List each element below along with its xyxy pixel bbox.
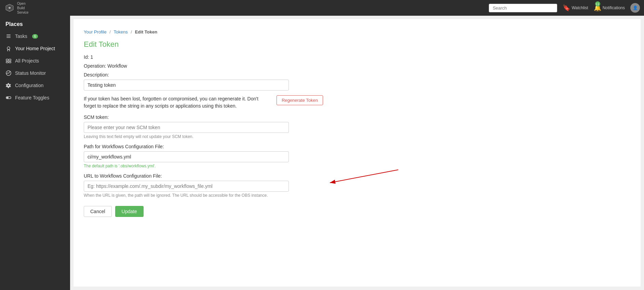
svg-rect-12 (6, 61, 8, 63)
config-icon (5, 82, 12, 88)
watchlist-button[interactable]: 🔖 Watchlist (563, 4, 588, 12)
sidebar-item-status-monitor[interactable]: Status Monitor (0, 67, 70, 79)
scm-token-input[interactable] (84, 122, 289, 133)
description-label: Description: (84, 72, 630, 78)
home-icon (5, 45, 12, 52)
svg-point-16 (7, 97, 8, 98)
svg-point-7 (8, 50, 10, 51)
navbar-left: Open Build Service (4, 1, 28, 15)
logo-icon (4, 2, 15, 13)
form-buttons: Cancel Update (84, 206, 630, 217)
svg-rect-3 (6, 34, 11, 35)
user-avatar[interactable]: 👤 (630, 3, 640, 13)
page-title: Edit Token (84, 40, 630, 49)
main-content: Your Profile / Tokens / Edit Token Edit … (70, 16, 644, 290)
url-label: URL to Workflows Configuration File: (84, 173, 630, 179)
url-field: URL to Workflows Configuration File: Whe… (84, 173, 630, 198)
token-operation: Operation: Workflow (84, 63, 630, 69)
breadcrumb-profile[interactable]: Your Profile (84, 29, 107, 34)
regen-section: If your token has been lost, forgotten o… (84, 95, 323, 110)
app-body: Places Tasks 6 Your Home Project All Pro… (0, 16, 644, 290)
sidebar-item-all-projects[interactable]: All Projects (0, 55, 70, 67)
navbar: Open Build Service 🔖 Watchlist 11 🔔 Noti… (0, 0, 644, 16)
sidebar: Places Tasks 6 Your Home Project All Pro… (0, 16, 70, 290)
logo-text: Open Build Service (17, 1, 28, 15)
navbar-right: 🔖 Watchlist 11 🔔 Notifications 👤 (489, 3, 640, 13)
notification-badge: 11 (595, 1, 600, 6)
description-field: Description: (84, 72, 630, 91)
scm-token-field: SCM token: Leaving this text field empty… (84, 114, 630, 139)
svg-rect-11 (9, 59, 11, 61)
breadcrumb-sep1: / (109, 29, 112, 34)
breadcrumb-current: Edit Token (135, 29, 157, 34)
sidebar-item-home-label: Your Home Project (15, 46, 55, 51)
projects-icon (5, 58, 12, 64)
breadcrumb: Your Profile / Tokens / Edit Token (84, 26, 630, 34)
token-id: Id: 1 (84, 54, 630, 60)
tasks-badge: 6 (32, 34, 38, 39)
notifications-label: Notifications (603, 5, 625, 10)
sidebar-item-status-label: Status Monitor (15, 70, 46, 76)
path-hint: The default path is '.obs/workflows.yml'… (84, 164, 630, 168)
breadcrumb-sep2: / (131, 29, 133, 34)
svg-marker-2 (9, 7, 11, 9)
cancel-button[interactable]: Cancel (84, 206, 112, 217)
sidebar-heading: Places (0, 16, 70, 30)
monitor-icon (5, 70, 12, 76)
logo[interactable]: Open Build Service (4, 1, 28, 15)
sidebar-item-config-label: Configuration (15, 83, 43, 88)
avatar-icon: 👤 (633, 5, 638, 10)
svg-rect-5 (6, 37, 11, 38)
path-input[interactable] (84, 151, 289, 162)
svg-rect-13 (9, 61, 11, 63)
regen-text: If your token has been lost, forgotten o… (84, 95, 270, 110)
bookmark-icon: 🔖 (563, 4, 570, 12)
url-input[interactable] (84, 181, 289, 192)
svg-rect-10 (6, 59, 8, 61)
path-field: Path for Workflows Configuration File: T… (84, 144, 630, 168)
sidebar-item-tasks-label: Tasks (15, 33, 27, 39)
search-input[interactable] (489, 4, 557, 12)
sidebar-item-configuration[interactable]: Configuration (0, 79, 70, 92)
logo-svg (5, 3, 14, 13)
path-label: Path for Workflows Configuration File: (84, 144, 630, 149)
sidebar-item-home-project[interactable]: Your Home Project (0, 42, 70, 55)
breadcrumb-tokens[interactable]: Tokens (114, 29, 128, 34)
content-wrapper: Your Profile / Tokens / Edit Token Edit … (73, 19, 641, 287)
watchlist-label: Watchlist (572, 5, 588, 10)
update-button[interactable]: Update (115, 206, 144, 217)
scm-label: SCM token: (84, 114, 630, 120)
sidebar-item-toggles-label: Feature Toggles (15, 95, 49, 100)
toggle-icon (5, 95, 12, 101)
scm-hint: Leaving this text field empty will not u… (84, 134, 630, 139)
regenerate-token-button[interactable]: Regenerate Token (277, 95, 323, 105)
sidebar-item-all-projects-label: All Projects (15, 58, 39, 64)
description-input[interactable] (84, 80, 289, 91)
url-hint: When the URL is given, the path will be … (84, 193, 630, 198)
list-icon (5, 33, 12, 39)
sidebar-item-tasks[interactable]: Tasks 6 (0, 30, 70, 42)
notifications-button[interactable]: 11 🔔 Notifications (594, 4, 625, 12)
svg-rect-4 (6, 36, 11, 37)
sidebar-item-feature-toggles[interactable]: Feature Toggles (0, 92, 70, 104)
